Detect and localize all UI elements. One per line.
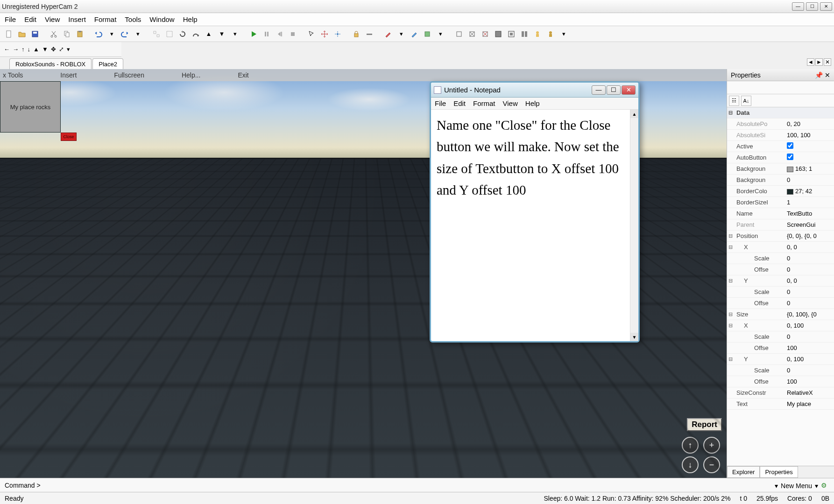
cam-down-icon[interactable]: ↓ — [682, 456, 699, 473]
menu-format[interactable]: Format — [94, 15, 117, 23]
prop-size-y-val[interactable]: 0, 100 — [785, 356, 834, 363]
prop-active-checkbox[interactable] — [787, 142, 793, 149]
maximize-button[interactable]: ☐ — [806, 2, 818, 11]
prop-pos-yoff-val[interactable]: 0 — [785, 300, 834, 307]
box4-icon[interactable] — [493, 29, 503, 39]
notepad-window[interactable]: Untitled - Notepad — ☐ ✕ File Edit Forma… — [430, 81, 640, 343]
menu-file[interactable]: File — [5, 15, 16, 23]
expand2-icon[interactable]: ⤢ — [59, 46, 64, 53]
notepad-minimize-button[interactable]: — — [592, 85, 606, 95]
select-tool-icon[interactable] — [306, 29, 317, 39]
box2-icon[interactable] — [467, 29, 477, 39]
notepad-close-button[interactable]: ✕ — [622, 85, 636, 95]
cam-up-icon[interactable]: ↑ — [682, 437, 699, 454]
np-menu-format[interactable]: Format — [473, 99, 495, 107]
prop-parent-val[interactable]: ScreenGui — [785, 221, 834, 228]
menu-help[interactable]: Help — [183, 15, 198, 23]
arrow-right-icon[interactable]: → — [13, 46, 19, 53]
lock-icon[interactable] — [351, 29, 361, 39]
tab-explorer[interactable]: Explorer — [727, 466, 760, 478]
minimize-button[interactable]: — — [792, 2, 804, 11]
np-menu-help[interactable]: Help — [525, 99, 540, 107]
undo-icon[interactable] — [93, 29, 104, 39]
expand-icon[interactable]: ⊟ — [727, 356, 734, 362]
prop-pos-xscale-val[interactable]: 0 — [785, 255, 834, 262]
gm-exit[interactable]: Exit — [238, 71, 248, 79]
report-button[interactable]: Report — [687, 418, 722, 431]
expand-icon[interactable]: ⊟ — [727, 278, 734, 284]
prop-pos-xoff-val[interactable]: 0 — [785, 266, 834, 273]
move-tool-icon[interactable] — [319, 29, 330, 39]
box1-icon[interactable] — [454, 29, 464, 39]
gm-tools[interactable]: x Tools — [3, 71, 23, 79]
properties-filter[interactable] — [727, 81, 834, 94]
cut-icon[interactable] — [49, 29, 59, 39]
spawn2-icon[interactable] — [545, 29, 556, 39]
prop-size-yscale-val[interactable]: 0 — [785, 367, 834, 374]
close-button[interactable]: ✕ — [820, 2, 832, 11]
newmenu-dropdown-icon[interactable]: ▾ — [775, 482, 778, 490]
redo-icon[interactable] — [120, 29, 130, 39]
undo-dropdown-icon[interactable]: ▾ — [106, 29, 117, 39]
new-file-icon[interactable] — [4, 29, 14, 39]
paint-dropdown-icon[interactable]: ▾ — [396, 29, 406, 39]
box5-icon[interactable] — [506, 29, 516, 39]
prop-position-val[interactable]: {0, 0}, {0, 0 — [785, 232, 834, 239]
scale-tool-icon[interactable] — [332, 29, 343, 39]
surface-dropdown-icon[interactable]: ▾ — [435, 29, 445, 39]
prop-autobutton-checkbox[interactable] — [787, 154, 793, 160]
notepad-titlebar[interactable]: Untitled - Notepad — ☐ ✕ — [431, 83, 638, 98]
cam-zoom-out-icon[interactable]: − — [703, 456, 720, 473]
tilt-icon[interactable] — [191, 29, 201, 39]
paste-icon[interactable] — [75, 29, 85, 39]
prop-sizeconstraint-val[interactable]: RelativeX — [785, 389, 834, 396]
move-down-icon[interactable]: ▼ — [217, 29, 227, 39]
prop-size-val[interactable]: {0, 100}, {0 — [785, 311, 834, 318]
anchor-icon[interactable] — [364, 29, 375, 39]
pause-icon[interactable] — [262, 29, 272, 39]
prop-bordercolor-val[interactable]: 27; 42 — [785, 188, 834, 195]
cam-zoom-in-icon[interactable]: + — [703, 437, 720, 454]
paint-icon[interactable] — [383, 29, 393, 39]
gear-icon[interactable]: ⚙ — [821, 482, 829, 490]
textbutton-preview[interactable]: My place rocks — [0, 81, 61, 133]
expand-icon[interactable]: ✥ — [51, 46, 56, 53]
arrow-down-icon[interactable]: ↓ — [28, 46, 31, 53]
tab-robloxsounds[interactable]: RobloxSounds - ROBLOX — [9, 58, 92, 69]
arrow-left-icon[interactable]: ← — [4, 46, 10, 53]
menu-edit[interactable]: Edit — [24, 15, 36, 23]
expand-icon[interactable]: ⊟ — [727, 322, 734, 329]
alphabetical-icon[interactable]: A↓ — [741, 96, 751, 106]
box6-icon[interactable] — [519, 29, 530, 39]
surface-icon[interactable] — [422, 29, 432, 39]
newmenu-dropdown2-icon[interactable]: ▾ — [815, 482, 818, 490]
np-menu-view[interactable]: View — [503, 99, 518, 107]
box3-icon[interactable] — [480, 29, 490, 39]
play-icon[interactable] — [248, 29, 259, 39]
categorized-icon[interactable]: ☷ — [729, 96, 739, 106]
save-icon[interactable] — [30, 29, 40, 39]
gm-help[interactable]: Help... — [182, 71, 200, 79]
prop-bgtrans-val[interactable]: 0 — [785, 176, 834, 183]
notepad-scrollbar[interactable]: ▲ ▼ — [630, 110, 638, 341]
menu-tools[interactable]: Tools — [125, 15, 141, 23]
prop-pos-y-val[interactable]: 0, 0 — [785, 277, 834, 284]
prop-text-val[interactable]: My place — [785, 400, 834, 407]
prop-bordersize-val[interactable]: 1 — [785, 199, 834, 206]
rotate-icon[interactable] — [177, 29, 188, 39]
gm-insert[interactable]: Insert — [60, 71, 77, 79]
tab-close-icon[interactable]: ✕ — [824, 58, 831, 66]
copy-icon[interactable] — [62, 29, 72, 39]
command-bar[interactable]: Command > — [0, 478, 834, 492]
open-file-icon[interactable] — [17, 29, 27, 39]
grid-dropdown-icon[interactable]: ▾ — [230, 29, 240, 39]
move-up-icon[interactable]: ▲ — [204, 29, 214, 39]
prop-size-xoff-val[interactable]: 100 — [785, 344, 834, 351]
redo-dropdown-icon[interactable]: ▾ — [133, 29, 143, 39]
expand-icon[interactable]: ⊟ — [727, 244, 734, 250]
prop-bgcolor-val[interactable]: 163; 1 — [785, 165, 834, 172]
arrow-up-fill-icon[interactable]: ▲ — [33, 46, 39, 53]
tab-properties[interactable]: Properties — [760, 466, 798, 478]
tab-place2[interactable]: Place2 — [92, 58, 123, 69]
menu-insert[interactable]: Insert — [68, 15, 86, 23]
